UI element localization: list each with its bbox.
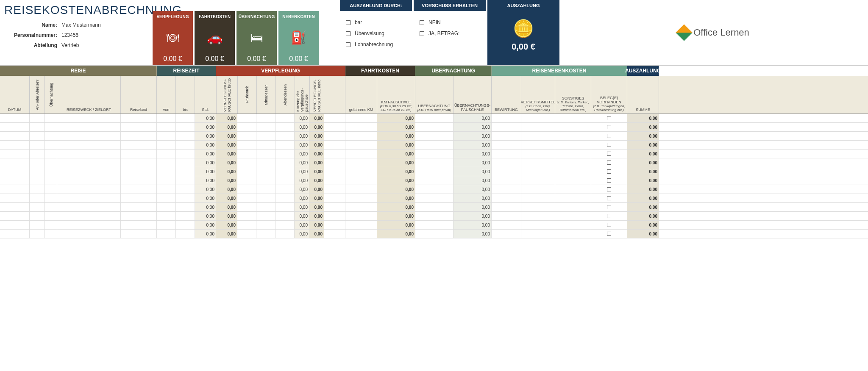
cell-anab[interactable] [30, 150, 45, 158]
cell-abendessen[interactable] [275, 123, 295, 131]
cell-von[interactable] [157, 123, 176, 131]
cell-uebernachtung-art[interactable] [415, 194, 453, 202]
cell-km[interactable] [345, 221, 377, 229]
cell-uebernacht-flag[interactable] [45, 212, 57, 220]
cell-datum[interactable] [0, 158, 30, 167]
checkbox-ja[interactable] [420, 31, 424, 36]
cell-verkehrsmittel[interactable] [521, 123, 555, 131]
checkbox-beleg[interactable] [607, 205, 611, 209]
cell-mittagessen[interactable] [256, 141, 275, 149]
cell-abendessen[interactable] [275, 176, 295, 185]
cell-uebernacht-flag[interactable] [45, 221, 57, 229]
cell-sonstiges[interactable] [555, 141, 591, 149]
cell-km[interactable] [345, 141, 377, 149]
cell-uebernachtung-art[interactable] [415, 158, 453, 167]
cell-abendessen[interactable] [275, 203, 295, 211]
cell-land[interactable] [121, 123, 157, 131]
cell-von[interactable] [157, 194, 176, 202]
cell-fruehstueck[interactable] [237, 132, 256, 140]
cell-fruehstueck[interactable] [237, 123, 256, 131]
cell-beleg[interactable] [591, 141, 627, 149]
cell-uebernacht-flag[interactable] [45, 194, 57, 202]
cell-land[interactable] [121, 176, 157, 185]
cell-bis[interactable] [176, 203, 195, 211]
cell-beleg[interactable] [591, 150, 627, 158]
checkbox-beleg[interactable] [607, 223, 611, 227]
cell-verkehrsmittel[interactable] [521, 167, 555, 176]
checkbox-beleg[interactable] [607, 134, 611, 138]
cell-von[interactable] [157, 141, 176, 149]
cell-anab[interactable] [30, 212, 45, 220]
cell-datum[interactable] [0, 212, 30, 220]
cell-abendessen[interactable] [275, 167, 295, 176]
cell-km[interactable] [345, 123, 377, 131]
cell-uebernacht-flag[interactable] [45, 176, 57, 185]
name-value[interactable]: Max Mustermann [61, 22, 101, 28]
cell-von[interactable] [157, 150, 176, 158]
cell-sonstiges[interactable] [555, 167, 591, 176]
cell-mittagessen[interactable] [256, 203, 275, 211]
cell-verkehrsmittel[interactable] [521, 150, 555, 158]
cell-abendessen[interactable] [275, 150, 295, 158]
cell-uebernacht-flag[interactable] [45, 132, 57, 140]
cell-datum[interactable] [0, 132, 30, 140]
checkbox-beleg[interactable] [607, 178, 611, 183]
cell-beleg[interactable] [591, 176, 627, 185]
cell-beleg[interactable] [591, 212, 627, 220]
cell-bis[interactable] [176, 114, 195, 122]
cell-bewirtung[interactable] [492, 114, 521, 122]
cell-bewirtung[interactable] [492, 212, 521, 220]
cell-beleg[interactable] [591, 167, 627, 176]
cell-verkehrsmittel[interactable] [521, 221, 555, 229]
cell-bewirtung[interactable] [492, 158, 521, 167]
cell-km[interactable] [345, 203, 377, 211]
cell-anab[interactable] [30, 176, 45, 185]
cell-bewirtung[interactable] [492, 230, 521, 238]
cell-von[interactable] [157, 230, 176, 238]
cell-abendessen[interactable] [275, 132, 295, 140]
cell-land[interactable] [121, 141, 157, 149]
cell-bewirtung[interactable] [492, 167, 521, 176]
cell-datum[interactable] [0, 194, 30, 202]
cell-von[interactable] [157, 203, 176, 211]
cell-verkehrsmittel[interactable] [521, 132, 555, 140]
cell-datum[interactable] [0, 176, 30, 185]
cell-datum[interactable] [0, 123, 30, 131]
cell-bis[interactable] [176, 194, 195, 202]
cell-bewirtung[interactable] [492, 141, 521, 149]
cell-datum[interactable] [0, 221, 30, 229]
cell-uebernacht-flag[interactable] [45, 141, 57, 149]
cell-uebernachtung-art[interactable] [415, 176, 453, 185]
cell-land[interactable] [121, 185, 157, 194]
cell-sonstiges[interactable] [555, 194, 591, 202]
cell-anab[interactable] [30, 141, 45, 149]
persnr-value[interactable]: 123456 [61, 32, 78, 38]
cell-km[interactable] [345, 167, 377, 176]
cell-abendessen[interactable] [275, 212, 295, 220]
cell-anab[interactable] [30, 194, 45, 202]
cell-beleg[interactable] [591, 185, 627, 194]
cell-abendessen[interactable] [275, 141, 295, 149]
cell-sonstiges[interactable] [555, 185, 591, 194]
cell-von[interactable] [157, 212, 176, 220]
cell-bis[interactable] [176, 150, 195, 158]
cell-zweck[interactable] [57, 167, 121, 176]
cell-bewirtung[interactable] [492, 194, 521, 202]
cell-zweck[interactable] [57, 185, 121, 194]
checkbox-beleg[interactable] [607, 232, 611, 236]
cell-verkehrsmittel[interactable] [521, 158, 555, 167]
cell-sonstiges[interactable] [555, 123, 591, 131]
cell-zweck[interactable] [57, 141, 121, 149]
checkbox-nein[interactable] [420, 20, 424, 25]
cell-land[interactable] [121, 230, 157, 238]
cell-mittagessen[interactable] [256, 132, 275, 140]
cell-abendessen[interactable] [275, 221, 295, 229]
cell-bis[interactable] [176, 176, 195, 185]
cell-beleg[interactable] [591, 203, 627, 211]
checkbox-lohnabrechnung[interactable] [346, 42, 351, 47]
cell-land[interactable] [121, 132, 157, 140]
cell-datum[interactable] [0, 203, 30, 211]
cell-sonstiges[interactable] [555, 203, 591, 211]
cell-anab[interactable] [30, 203, 45, 211]
cell-fruehstueck[interactable] [237, 185, 256, 194]
